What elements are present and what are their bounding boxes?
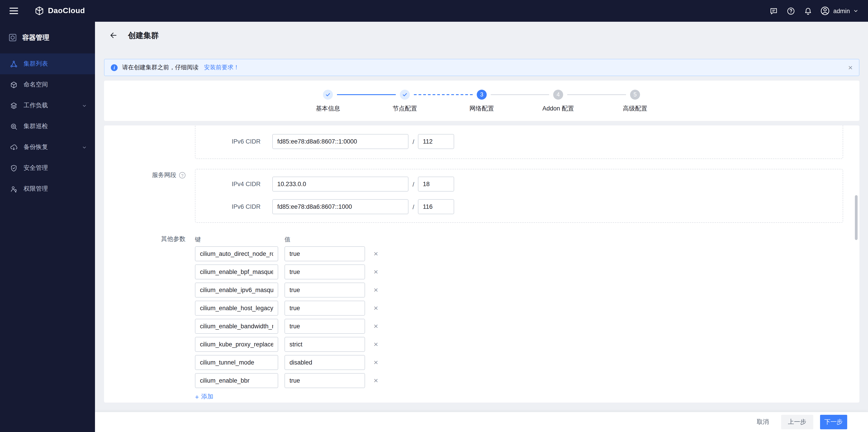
service-ipv6-label: IPv6 CIDR — [206, 203, 260, 210]
service-ipv4-mask-input[interactable] — [418, 177, 454, 192]
alert-close-icon[interactable]: × — [848, 64, 852, 71]
pod-ipv6-mask-input[interactable] — [418, 134, 454, 149]
param-value-input[interactable] — [284, 283, 365, 297]
service-ipv6-row: IPv6 CIDR / — [206, 199, 843, 214]
chevron-down-icon — [82, 145, 87, 150]
param-value-input[interactable] — [284, 264, 365, 279]
sidebar-item-cluster-list[interactable]: 集群列表 — [0, 53, 95, 74]
brand[interactable]: DaoCloud — [34, 6, 85, 16]
help-circle-icon[interactable]: ? — [179, 172, 185, 178]
wizard-footer: 取消 上一步 下一步 — [95, 412, 868, 432]
sidebar-item-label: 备份恢复 — [24, 143, 48, 151]
brand-name: DaoCloud — [48, 6, 85, 16]
sidebar-item-label: 集群巡检 — [24, 122, 48, 131]
remove-row-icon[interactable]: × — [372, 322, 379, 330]
remove-row-icon[interactable]: × — [372, 304, 379, 312]
sidebar-item-security[interactable]: 安全管理 — [0, 157, 95, 178]
pod-ipv6-cidr-input[interactable] — [272, 134, 408, 149]
params-headers: 键 值 — [195, 235, 379, 243]
step-3-indicator[interactable]: 3 — [477, 90, 487, 99]
param-key-input[interactable] — [195, 355, 278, 370]
avatar-icon — [820, 6, 830, 16]
sidebar-item-namespace[interactable]: 命名空间 — [0, 74, 95, 95]
other-params-label: 其他参数 — [104, 235, 185, 243]
service-ipv6-mask-input[interactable] — [418, 199, 454, 214]
cancel-button[interactable]: 取消 — [752, 415, 773, 429]
page-title: 创建集群 — [128, 30, 159, 40]
step-connector — [414, 94, 473, 95]
remove-row-icon[interactable]: × — [372, 268, 379, 276]
param-key-input[interactable] — [195, 373, 278, 388]
previous-step-button[interactable]: 上一步 — [781, 415, 813, 429]
step-1-label: 基本信息 — [296, 105, 360, 113]
service-ipv4-cidr-input[interactable] — [272, 177, 408, 192]
alert-message: 请在创建集群之前，仔细阅读 — [122, 63, 198, 71]
sidebar-item-label: 命名空间 — [24, 81, 48, 89]
cidr-separator: / — [412, 203, 414, 210]
brand-logo-icon — [34, 6, 44, 16]
sidebar-item-workload[interactable]: 工作负载 — [0, 95, 95, 116]
add-param-button[interactable]: + 添加 — [195, 393, 214, 401]
param-key-input[interactable] — [195, 246, 278, 261]
cidr-separator: / — [412, 138, 414, 145]
sidebar-item-permissions[interactable]: 权限管理 — [0, 178, 95, 199]
param-value-input[interactable] — [284, 319, 365, 334]
sidebar-item-label: 集群列表 — [24, 60, 48, 68]
menu-toggle-icon[interactable] — [9, 8, 18, 14]
sidebar-module-header[interactable]: 容器管理 — [0, 22, 95, 53]
param-value-input[interactable] — [284, 246, 365, 261]
username-label: admin — [833, 7, 850, 14]
sidebar-nav: 集群列表 命名空间 工作负载 — [0, 53, 95, 199]
param-key-input[interactable] — [195, 301, 278, 316]
remove-row-icon[interactable]: × — [372, 377, 379, 384]
service-ipv4-label: IPv4 CIDR — [206, 181, 260, 188]
remove-row-icon[interactable]: × — [372, 286, 379, 294]
service-network-label: 服务网段 ? — [104, 171, 185, 179]
sidebar-item-backup-restore[interactable]: 备份恢复 — [0, 137, 95, 157]
backup-restore-icon — [10, 143, 18, 151]
step-1-indicator[interactable] — [323, 90, 333, 99]
param-row: × — [195, 264, 379, 279]
param-row: × — [195, 373, 379, 388]
scrollbar-thumb[interactable] — [855, 195, 858, 240]
remove-row-icon[interactable]: × — [372, 250, 379, 258]
inspection-icon — [10, 122, 18, 130]
info-icon: i — [111, 64, 118, 71]
user-menu[interactable]: admin — [820, 6, 859, 16]
next-step-button[interactable]: 下一步 — [820, 415, 847, 429]
param-value-input[interactable] — [284, 337, 365, 352]
service-ipv6-cidr-input[interactable] — [272, 199, 408, 214]
remove-row-icon[interactable]: × — [372, 341, 379, 348]
sidebar-module-title: 容器管理 — [22, 33, 49, 42]
param-row: × — [195, 337, 379, 352]
param-key-input[interactable] — [195, 264, 278, 279]
param-row: × — [195, 355, 379, 370]
step-2-indicator[interactable] — [400, 90, 410, 99]
param-row: × — [195, 301, 379, 316]
pod-network-group: IPv6 CIDR / — [195, 125, 843, 159]
param-value-input[interactable] — [284, 301, 365, 316]
param-key-input[interactable] — [195, 337, 278, 352]
step-connector — [567, 94, 626, 95]
sidebar-item-label: 工作负载 — [24, 102, 48, 110]
param-key-input[interactable] — [195, 283, 278, 297]
param-value-input[interactable] — [284, 373, 365, 388]
step-4-indicator[interactable]: 4 — [553, 90, 563, 99]
param-key-input[interactable] — [195, 319, 278, 334]
sidebar-item-cluster-inspection[interactable]: 集群巡检 — [0, 116, 95, 137]
param-value-input[interactable] — [284, 355, 365, 370]
step-4-label: Addon 配置 — [527, 105, 590, 113]
back-arrow-icon[interactable] — [107, 29, 119, 41]
notifications-bell-icon[interactable] — [799, 3, 816, 19]
feedback-chat-icon[interactable] — [765, 3, 782, 19]
help-icon[interactable] — [782, 3, 799, 19]
key-column-header: 键 — [195, 235, 278, 243]
remove-row-icon[interactable]: × — [372, 358, 379, 366]
install-requirements-link[interactable]: 安装前要求！ — [204, 63, 239, 71]
add-param-label: 添加 — [201, 393, 214, 401]
permission-user-icon — [10, 185, 18, 193]
step-5-indicator[interactable]: 5 — [630, 90, 640, 99]
step-connector — [491, 94, 549, 95]
stepper: 3 4 5 基本信息 节点配置 网络配置 Addon 配置 高级配置 — [104, 81, 859, 121]
service-network-group: IPv4 CIDR / IPv6 CIDR / — [195, 169, 843, 223]
